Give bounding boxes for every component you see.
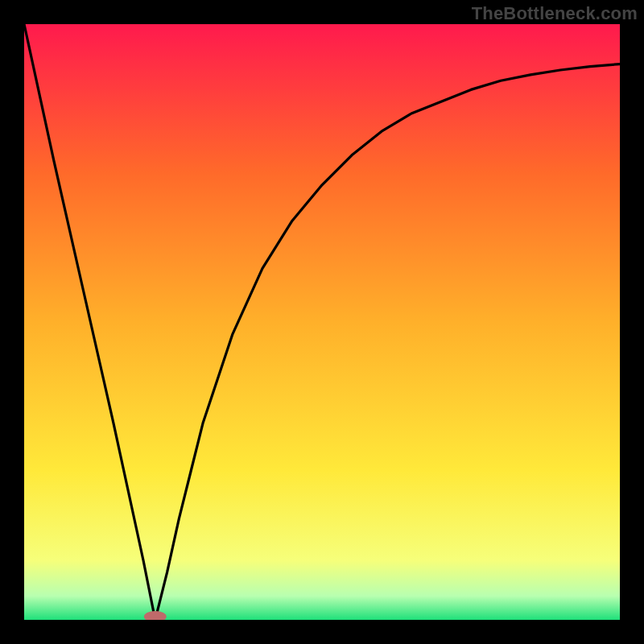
chart-svg <box>24 24 620 620</box>
watermark-text: TheBottleneck.com <box>472 3 638 24</box>
gradient-background <box>24 24 620 620</box>
plot-area <box>24 24 620 620</box>
chart-frame: TheBottleneck.com <box>0 0 644 644</box>
